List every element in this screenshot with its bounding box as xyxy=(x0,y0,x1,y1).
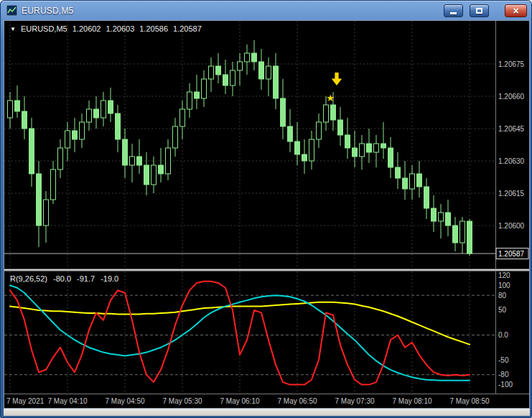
candle xyxy=(381,144,386,148)
titlebar[interactable]: EURUSD,M5 × xyxy=(1,1,531,20)
candle xyxy=(216,66,221,75)
window-menu-icon[interactable]: ▼ xyxy=(10,26,16,32)
candle xyxy=(396,167,401,178)
candle xyxy=(410,174,415,189)
candle xyxy=(223,75,228,85)
star-marker-icon[interactable]: ★ xyxy=(326,93,335,103)
minimize-button[interactable] xyxy=(444,4,463,17)
window-title: EURUSD,M5 xyxy=(22,6,73,16)
indicator-canvas[interactable]: 12010080500.0-50-80-100 xyxy=(4,271,529,394)
candle xyxy=(274,66,279,98)
ohlc-open: 1.20602 xyxy=(73,24,101,33)
candle xyxy=(209,66,214,79)
window-bottom-strip xyxy=(4,409,530,416)
candle xyxy=(417,174,422,187)
candle xyxy=(353,148,358,157)
candle xyxy=(202,79,207,98)
candle xyxy=(288,126,293,141)
candle xyxy=(266,66,271,79)
time-label: 7 May 04:10 xyxy=(47,397,87,405)
candle xyxy=(460,221,465,243)
candle xyxy=(467,221,472,254)
candle xyxy=(137,157,142,165)
candle xyxy=(367,144,372,152)
indicator-value-1: -80.0 xyxy=(53,274,71,283)
current-price-label: 1.20587 xyxy=(498,250,525,258)
candle xyxy=(238,62,243,70)
candle xyxy=(187,92,192,109)
candle xyxy=(37,174,42,226)
ohlc-high: 1.20603 xyxy=(106,24,134,33)
time-label: 7 May 06:10 xyxy=(220,397,259,405)
indicator-tick-label: -100 xyxy=(498,381,513,389)
price-tick-label: 1.20660 xyxy=(498,93,525,101)
candle xyxy=(374,144,379,152)
indicator-tick-label: -80 xyxy=(498,371,509,378)
candle xyxy=(8,101,13,118)
ohlc-close: 1.20587 xyxy=(173,24,202,33)
minimize-icon xyxy=(450,12,457,14)
candle xyxy=(446,213,451,226)
indicator-name: R(9,26,52) xyxy=(10,274,47,283)
candle xyxy=(439,213,444,221)
price-tick-label: 1.20630 xyxy=(498,157,525,165)
time-label: 7 May 08:10 xyxy=(392,397,431,405)
candle xyxy=(51,169,56,200)
sell-signal-arrow-icon[interactable] xyxy=(332,73,342,85)
chart-client-area: ★1.206751.206601.206451.206301.206151.20… xyxy=(4,20,530,409)
maximize-button[interactable] xyxy=(470,4,489,17)
candle xyxy=(159,165,164,174)
candle xyxy=(173,126,178,148)
candle xyxy=(331,105,336,120)
candle xyxy=(302,154,307,161)
candle xyxy=(73,131,78,139)
candle xyxy=(453,226,458,243)
price-tick-label: 1.20675 xyxy=(498,60,525,68)
indicator-value-3: -19.0 xyxy=(101,274,118,283)
candle xyxy=(309,139,314,161)
candle xyxy=(252,53,257,62)
candle xyxy=(424,187,429,208)
indicator-tick-label: 120 xyxy=(498,271,510,279)
candle xyxy=(166,148,171,174)
candle xyxy=(324,105,329,122)
candle xyxy=(144,165,149,185)
candle xyxy=(87,109,92,122)
time-axis[interactable]: 7 May 20217 May 04:107 May 04:507 May 05… xyxy=(4,394,529,408)
time-label: 7 May 07:30 xyxy=(335,397,374,405)
time-label: 7 May 06:50 xyxy=(277,397,317,405)
candle xyxy=(388,148,393,167)
candle xyxy=(180,109,185,126)
indicator-label: R(9,26,52) -80.0 -91.7 -19.0 xyxy=(10,274,118,283)
candle xyxy=(65,131,70,148)
candle xyxy=(230,70,235,85)
time-label: 7 May 2021 xyxy=(6,397,44,405)
candle xyxy=(130,157,135,165)
candle xyxy=(403,178,408,189)
price-tick-label: 1.20600 xyxy=(498,222,525,230)
time-label: 7 May 04:50 xyxy=(105,397,144,405)
candle xyxy=(195,92,200,98)
candle xyxy=(338,120,343,135)
candle xyxy=(44,200,49,226)
candle xyxy=(94,109,99,118)
candle xyxy=(345,135,350,148)
indicator-tick-label: -50 xyxy=(498,356,509,364)
ohlc-low: 1.20586 xyxy=(139,24,168,33)
candle xyxy=(295,141,300,154)
chart-window: EURUSD,M5 × ★1.206751.206601.206451.2063… xyxy=(0,0,532,418)
candle xyxy=(58,148,63,169)
indicator-tick-label: 50 xyxy=(498,306,507,314)
candle xyxy=(101,101,106,118)
candle xyxy=(360,144,365,157)
price-chart-canvas[interactable]: ★1.206751.206601.206451.206301.206151.20… xyxy=(4,21,529,269)
indicator-tick-label: 100 xyxy=(498,282,510,289)
chart-ohlc-header: ▼ EURUSD,M5 1.20602 1.20603 1.20586 1.20… xyxy=(10,24,202,33)
maximize-icon xyxy=(476,8,482,14)
candle xyxy=(108,101,113,113)
close-button[interactable]: × xyxy=(505,4,527,17)
candle xyxy=(29,129,34,174)
chart-symbol-label: EURUSD,M5 xyxy=(21,24,67,33)
indicator-tick-label: 0.0 xyxy=(498,331,508,339)
candle xyxy=(80,122,85,139)
